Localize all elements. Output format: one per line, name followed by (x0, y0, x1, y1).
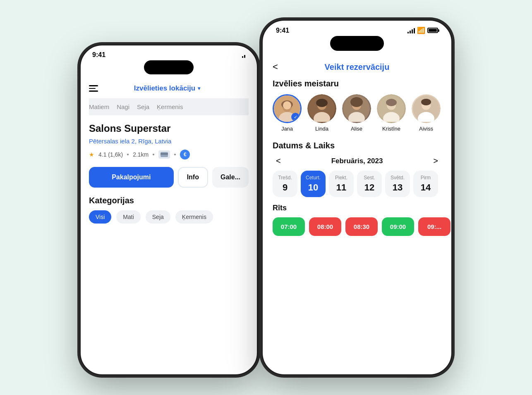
dot-sep (127, 154, 129, 155)
dot-sep-2 (153, 154, 154, 155)
check-badge: ✓ (291, 113, 300, 121)
svg-point-17 (386, 99, 397, 106)
day-num-4: 13 (393, 182, 403, 193)
back-arrow-button[interactable]: < (273, 62, 278, 72)
tab-matiem[interactable]: Matiem (89, 102, 109, 112)
day-name-0: Trešd. (278, 175, 292, 181)
svg-rect-1 (161, 153, 168, 155)
masters-section-title: Izvēlies meistaru (273, 79, 441, 88)
dynamic-island-front (330, 36, 384, 51)
day-name-4: Svētd. (391, 175, 405, 181)
master-name-jana: Jana (281, 126, 293, 132)
wifi-icon: 📶 (417, 26, 425, 34)
master-avatar-alise (342, 94, 371, 123)
euro-badge: € (180, 150, 190, 159)
subcat-kermenis[interactable]: Ķermenis (175, 210, 213, 224)
signal-icon (242, 52, 245, 58)
prev-month-button[interactable]: < (273, 156, 284, 166)
slot-0700[interactable]: 07:00 (273, 217, 305, 236)
next-month-button[interactable]: > (430, 156, 441, 166)
front-time: 9:41 (276, 27, 289, 34)
page-title: Veikt rezervāciju (325, 62, 390, 72)
master-name-kristine: Kristīne (382, 126, 400, 132)
day-name-1: Ceturt. (306, 175, 321, 181)
menu-icon[interactable] (89, 85, 98, 92)
salon-meta: ★ 4.1 (1,6k) 2.1km € (89, 150, 249, 159)
tab-seja[interactable]: Seja (137, 102, 149, 112)
subcat-mati[interactable]: Mati (116, 210, 140, 224)
salon-name: Salons Superstar (89, 123, 249, 134)
svg-point-21 (421, 99, 431, 105)
day-14[interactable]: Pirm 14 (413, 171, 438, 197)
kategorijas-title: Kategorijas (89, 196, 249, 205)
pakalpojumi-button[interactable]: Pakalpojumi (89, 167, 174, 188)
day-9[interactable]: Trešd. 9 (273, 171, 297, 197)
battery-icon (427, 28, 438, 33)
dot-sep-3 (174, 154, 176, 155)
day-10[interactable]: Ceturt. 10 (301, 171, 326, 197)
morning-title: Rīts (273, 204, 441, 212)
day-13[interactable]: Svētd. 13 (385, 171, 410, 197)
phone-back: 9:41 Izvēlieties lokāciju (80, 45, 258, 375)
svg-point-9 (316, 99, 328, 107)
front-status-icons: 📶 (407, 26, 438, 34)
svg-point-5 (283, 101, 291, 109)
distance: 2.1km (133, 151, 149, 158)
master-alise[interactable]: Alise (342, 94, 371, 132)
master-aiviss[interactable]: Aiviss (412, 94, 441, 132)
back-header: Izvēlieties lokāciju ▾ (89, 80, 249, 98)
gallery-button[interactable]: Gale... (212, 167, 249, 188)
master-jana[interactable]: ✓ Jana (273, 94, 302, 132)
day-num-2: 11 (336, 182, 346, 193)
master-kristine[interactable]: Kristīne (377, 94, 406, 132)
master-avatar-aiviss (412, 94, 441, 123)
location-text: Izvēlieties lokāciju (134, 84, 195, 93)
master-avatar-linda (307, 94, 336, 123)
front-header: < Veikt rezervāciju (273, 57, 441, 79)
card-icon (158, 150, 170, 159)
date-time-title: Datums & Laiks (273, 141, 441, 150)
slot-09x[interactable]: 09:... (418, 217, 451, 236)
svg-point-13 (350, 97, 363, 107)
master-name-aiviss: Aiviss (419, 126, 433, 132)
day-name-5: Pirm (421, 175, 431, 181)
chevron-down-icon: ▾ (198, 86, 200, 91)
month-nav: < Februāris, 2023 > (273, 156, 441, 166)
subcat-visi[interactable]: Visi (89, 210, 111, 224)
back-time: 9:41 (92, 51, 105, 59)
day-num-0: 9 (283, 182, 288, 193)
master-linda[interactable]: Linda (307, 94, 336, 132)
day-num-5: 14 (421, 182, 431, 193)
action-buttons: Pakalpojumi Info Gale... (89, 167, 249, 188)
masters-row: ✓ Jana (273, 94, 441, 132)
master-name-alise: Alise (351, 126, 362, 132)
front-status-bar: 9:41 📶 (263, 21, 451, 36)
day-name-3: Sest. (364, 175, 375, 181)
salon-address[interactable]: Pētersalas iela 2, Rīga, Latvia (89, 138, 249, 145)
day-num-1: 10 (308, 182, 318, 193)
time-slots: 07:00 08:00 08:30 09:00 09:... (273, 217, 441, 236)
master-name-linda: Linda (315, 126, 328, 132)
star-icon: ★ (89, 151, 94, 158)
location-selector[interactable]: Izvēlieties lokāciju ▾ (134, 84, 200, 93)
month-label: Februāris, 2023 (331, 157, 383, 165)
phones-container: 9:41 Izvēlieties lokāciju (80, 20, 452, 375)
slot-0830[interactable]: 08:30 (345, 217, 378, 236)
tab-nagi[interactable]: Nagi (117, 102, 129, 112)
tab-kermenis[interactable]: Ķermenis (157, 102, 183, 112)
day-11[interactable]: Piekt. 11 (329, 171, 354, 197)
status-bar-back: 9:41 (81, 45, 257, 60)
subcat-seja[interactable]: Seja (146, 210, 170, 224)
rating: 4.1 (1,6k) (98, 151, 123, 158)
master-avatar-kristine (377, 94, 406, 123)
back-phone-content: Izvēlieties lokāciju ▾ Matiem Nagi Seja … (81, 80, 257, 372)
back-status-icons (242, 52, 245, 58)
slot-0800[interactable]: 08:00 (309, 217, 341, 236)
day-num-3: 12 (364, 182, 374, 193)
phone-front: 9:41 📶 < Veikt rezerv (262, 20, 452, 375)
slot-0900[interactable]: 09:00 (382, 217, 414, 236)
day-12[interactable]: Sest. 12 (357, 171, 382, 197)
days-row: Trešd. 9 Ceturt. 10 Piekt. 11 Sest. 12 S… (273, 171, 441, 197)
dynamic-island-back (144, 60, 194, 74)
info-button[interactable]: Info (178, 167, 208, 188)
